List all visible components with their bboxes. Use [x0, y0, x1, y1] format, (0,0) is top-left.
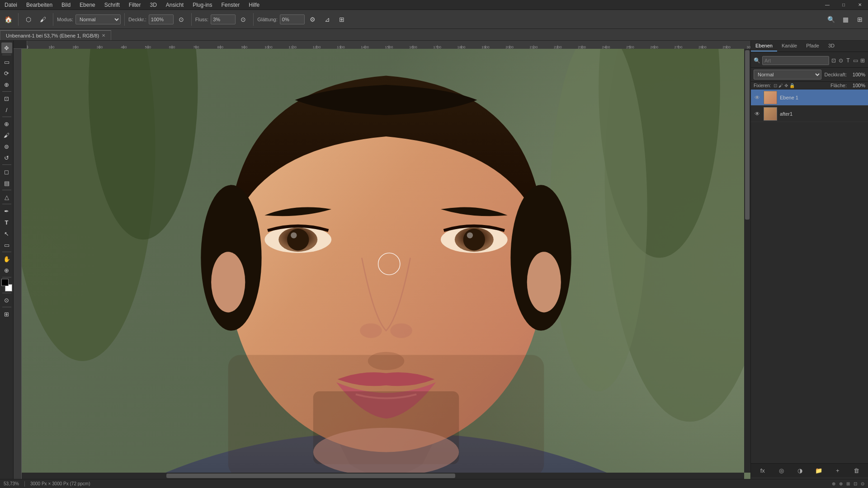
- menu-item-bild[interactable]: Bild: [57, 1, 75, 9]
- glattung-input[interactable]: [280, 14, 305, 24]
- home-button[interactable]: 🏠: [2, 13, 14, 26]
- layer-mask-button[interactable]: ◎: [773, 465, 791, 475]
- text-tool[interactable]: T: [1, 217, 12, 228]
- fill-lock-row: Fixieren: ⊡ 🖌 ✥ 🔒 Fläche: 100%: [751, 82, 868, 89]
- tab-close-icon[interactable]: ✕: [102, 33, 105, 38]
- layer-filter-shape[interactable]: ▭: [853, 56, 858, 66]
- menu-item-ebene[interactable]: Ebene: [75, 1, 100, 9]
- fg-color-swatch[interactable]: [1, 279, 9, 286]
- move-tool[interactable]: ✥: [1, 42, 12, 53]
- tab-pfade[interactable]: Pfade: [802, 41, 824, 52]
- tool-indicator[interactable]: ⬡: [22, 13, 35, 26]
- horizontal-scrollbar[interactable]: [22, 473, 744, 479]
- deckkraft-icon[interactable]: ⊙: [175, 13, 188, 26]
- menu-item-fenster[interactable]: Fenster: [217, 1, 245, 9]
- shape-tool[interactable]: ▭: [1, 239, 12, 250]
- history-brush-tool[interactable]: ↺: [1, 152, 12, 163]
- lock-all-icon[interactable]: 🔒: [789, 83, 795, 88]
- blend-opacity-row: Normal Deckkraft: 100%: [751, 68, 868, 82]
- path-select-tool[interactable]: ↖: [1, 228, 12, 239]
- lock-transparent-icon[interactable]: ⊡: [774, 83, 777, 88]
- gradient-tool[interactable]: ▤: [1, 178, 12, 188]
- layer-filter-type[interactable]: T: [845, 56, 851, 66]
- layer-adjustment-button[interactable]: ◑: [791, 465, 809, 475]
- lock-image-icon[interactable]: 🖌: [778, 83, 783, 88]
- layer-effects-button[interactable]: fx: [754, 465, 772, 475]
- lock-position-icon[interactable]: ✥: [784, 83, 788, 88]
- menu-item-bearbeiten[interactable]: Bearbeiten: [22, 1, 57, 9]
- layer-item-after1[interactable]: 👁 after1: [751, 106, 868, 122]
- eyedropper-tool[interactable]: /: [1, 104, 12, 115]
- fluss-icon[interactable]: ⊙: [237, 13, 250, 26]
- ruler-h-tick: 2300: [582, 45, 582, 49]
- menu-item-ansicht[interactable]: Ansicht: [161, 1, 188, 9]
- color-swatches[interactable]: [1, 279, 12, 291]
- status-icon-5[interactable]: ⊙: [861, 481, 864, 486]
- angle-icon[interactable]: ⊿: [321, 13, 334, 26]
- modus-select[interactable]: Normal: [75, 14, 121, 24]
- layer-filter-smart[interactable]: ⊞: [860, 56, 865, 66]
- maximize-button[interactable]: □: [835, 0, 852, 10]
- layer-bottom-toolbar: fx ◎ ◑ 📁 + 🗑: [751, 463, 868, 477]
- modus-label: Modus:: [57, 17, 73, 22]
- layer-visibility-after1[interactable]: 👁: [754, 110, 761, 117]
- v-scroll-thumb[interactable]: [745, 50, 750, 220]
- symmetry-icon[interactable]: ⊞: [335, 13, 348, 26]
- menu-item-hilfe[interactable]: Hilfe: [244, 1, 264, 9]
- minimize-button[interactable]: —: [819, 0, 835, 10]
- hand-tool[interactable]: ✋: [1, 253, 12, 264]
- brush-tool[interactable]: 🖌: [1, 130, 12, 141]
- blend-mode-select[interactable]: Normal: [754, 70, 821, 80]
- blur-tool[interactable]: △: [1, 192, 12, 202]
- menu-item-schrift[interactable]: Schrift: [100, 1, 124, 9]
- canvas-area[interactable]: [22, 49, 750, 479]
- status-icon-1[interactable]: ⊕: [832, 481, 835, 486]
- menu-item-datei[interactable]: Datei: [0, 1, 22, 9]
- status-icon-4[interactable]: ⊡: [854, 481, 857, 486]
- marquee-tool[interactable]: ▭: [1, 56, 12, 67]
- status-icon-2[interactable]: ⊕: [839, 481, 843, 486]
- search-icon[interactable]: 🔍: [754, 56, 760, 66]
- lock-label: Fixieren:: [754, 83, 771, 88]
- menu-item-filter[interactable]: Filter: [124, 1, 146, 9]
- zoom-tool[interactable]: ⊕: [1, 265, 12, 276]
- eraser-tool[interactable]: ◻: [1, 166, 12, 177]
- layer-visibility-ebene1[interactable]: 👁: [754, 94, 761, 101]
- lasso-tool[interactable]: ⟳: [1, 68, 12, 79]
- pen-tool[interactable]: ✒: [1, 206, 12, 216]
- ruler-h-tick: 400: [123, 45, 124, 49]
- quick-select-tool[interactable]: ⊕: [1, 79, 12, 90]
- portrait-svg: [22, 49, 750, 479]
- vertical-scrollbar[interactable]: [744, 49, 750, 473]
- menu-item-plugins[interactable]: Plug-ins: [188, 1, 217, 9]
- settings-icon[interactable]: ⚙: [307, 13, 319, 26]
- tab-ebenen[interactable]: Ebenen: [751, 41, 777, 52]
- tab-kanale[interactable]: Kanäle: [777, 41, 802, 52]
- status-icon-3[interactable]: ⊞: [846, 481, 850, 486]
- clone-tool[interactable]: ⊚: [1, 141, 12, 152]
- healing-tool[interactable]: ⊕: [1, 118, 12, 129]
- menu-item-3d[interactable]: 3D: [145, 1, 161, 9]
- layer-filter-pixel[interactable]: ⊡: [831, 56, 836, 66]
- deckkraft-input[interactable]: [149, 14, 174, 24]
- layer-filter-adjust[interactable]: ⊙: [838, 56, 844, 66]
- tab-3d[interactable]: 3D: [824, 41, 839, 52]
- h-scroll-thumb[interactable]: [166, 474, 455, 478]
- close-button[interactable]: ✕: [852, 0, 868, 10]
- screen-mode-tool[interactable]: ⊞: [1, 309, 12, 319]
- layer-list: 👁 Ebene 1 👁 after1: [751, 89, 868, 463]
- search-icon[interactable]: 🔍: [825, 13, 837, 26]
- layer-delete-button[interactable]: 🗑: [848, 465, 866, 475]
- fluss-input[interactable]: [211, 14, 236, 24]
- arrange-icon[interactable]: ▦: [839, 13, 852, 26]
- layer-search-input[interactable]: [762, 56, 829, 65]
- ruler-h-tick: 1200: [316, 45, 317, 49]
- crop-tool[interactable]: ⊡: [1, 93, 12, 104]
- layer-item-ebene1[interactable]: 👁 Ebene 1: [751, 89, 868, 106]
- layer-group-button[interactable]: 📁: [810, 465, 828, 475]
- active-tab[interactable]: Unbenannt-1 bei 53,7% (Ebene 1, RGB/8) ✕: [0, 30, 111, 40]
- brush-tool-indicator[interactable]: 🖌: [37, 13, 49, 26]
- layer-new-button[interactable]: +: [829, 465, 847, 475]
- quick-mask-tool[interactable]: ⊙: [1, 295, 12, 305]
- view-icon[interactable]: ⊞: [854, 13, 866, 26]
